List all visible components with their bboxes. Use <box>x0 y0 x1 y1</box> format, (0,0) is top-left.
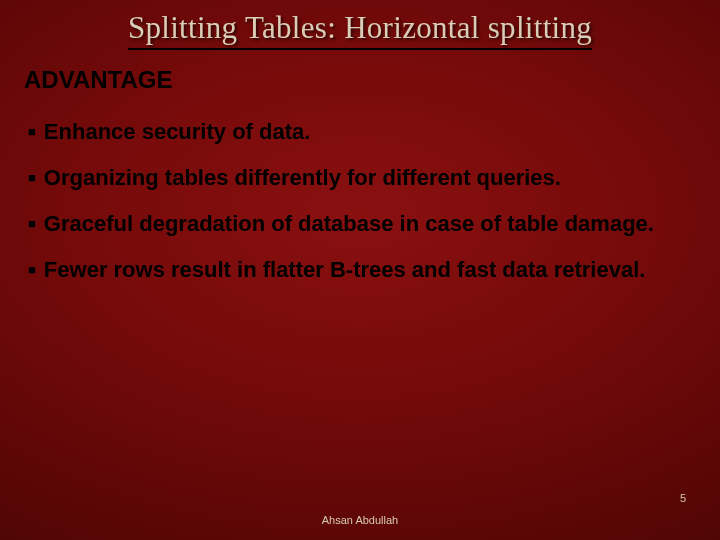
bullet-text: Organizing tables differently for differ… <box>44 164 692 192</box>
list-item: ■ Enhance security of data. <box>28 118 692 146</box>
bullet-text: Fewer rows result in flatter B-trees and… <box>44 256 692 284</box>
square-bullet-icon: ■ <box>28 118 36 146</box>
bullet-text: Enhance security of data. <box>44 118 692 146</box>
list-item: ■ Graceful degradation of database in ca… <box>28 210 692 238</box>
square-bullet-icon: ■ <box>28 164 36 192</box>
list-item: ■ Organizing tables differently for diff… <box>28 164 692 192</box>
square-bullet-icon: ■ <box>28 256 36 284</box>
slide-title: Splitting Tables: Horizontal splitting <box>128 10 592 50</box>
square-bullet-icon: ■ <box>28 210 36 238</box>
author-footer: Ahsan Abdullah <box>0 514 720 526</box>
list-item: ■ Fewer rows result in flatter B-trees a… <box>28 256 692 284</box>
bullet-list: ■ Enhance security of data. ■ Organizing… <box>0 94 720 284</box>
title-container: Splitting Tables: Horizontal splitting <box>0 0 720 54</box>
bullet-text: Graceful degradation of database in case… <box>44 210 692 238</box>
slide-number: 5 <box>680 492 686 504</box>
subheading: ADVANTAGE <box>0 54 720 94</box>
